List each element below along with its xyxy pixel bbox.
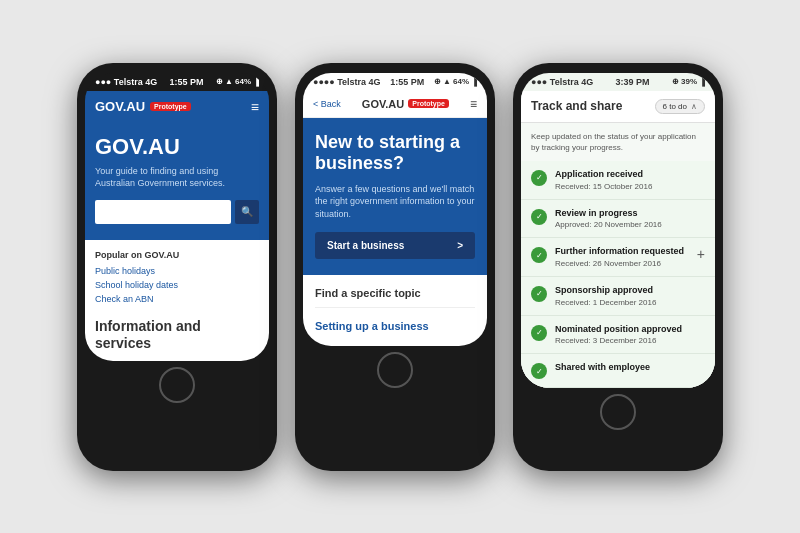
phone2-logo: GOV.AU Prototype <box>362 98 449 110</box>
phone2-hero-title: New to starting a business? <box>315 132 475 175</box>
phone1-popular-link-2[interactable]: School holiday dates <box>95 280 259 290</box>
phone3-chevron-icon[interactable]: ∧ <box>691 102 697 111</box>
phone1-hero-title: GOV.AU <box>95 135 259 159</box>
track-item-date-2: Received: 26 November 2016 <box>555 259 689 268</box>
phone2-body: Find a specific topic Setting up a busin… <box>303 275 487 346</box>
track-item[interactable]: ✓ Review in progress Approved: 20 Novemb… <box>521 200 715 239</box>
check-icon-1: ✓ <box>531 209 547 225</box>
phone3-track-title: Track and share <box>531 99 622 113</box>
track-item-content-1: Review in progress Approved: 20 November… <box>555 208 705 230</box>
track-item-title-3: Sponsorship approved <box>555 285 705 297</box>
track-item-title-5: Shared with employee <box>555 362 705 374</box>
check-icon-3: ✓ <box>531 286 547 302</box>
track-item-title-4: Nominated position approved <box>555 324 705 336</box>
phone3-status-right: ⊕ 39% ▐ <box>672 77 705 86</box>
phone2-status-right: ⊕ ▲ 64% ▐ <box>434 77 477 86</box>
phone2-cta-arrow: > <box>457 240 463 251</box>
track-item-content-3: Sponsorship approved Received: 1 Decembe… <box>555 285 705 307</box>
phone1-search-bar: 🔍 <box>95 200 259 224</box>
phone1-hero: GOV.AU Your guide to finding and using A… <box>85 123 269 240</box>
track-item[interactable]: ✓ Shared with employee <box>521 354 715 388</box>
phone2-prototype-badge: Prototype <box>408 99 449 108</box>
phone1-status-right: ⊕ ▲ 64% ▐ <box>216 77 259 86</box>
phone1-prototype-badge: Prototype <box>150 102 191 111</box>
phone-3: ●●● Telstra 4G 3:39 PM ⊕ 39% ▐ Track and… <box>513 63 723 471</box>
phone2-navbar: < Back GOV.AU Prototype ≡ <box>303 91 487 118</box>
phone2-status-left: ●●●● Telstra 4G <box>313 77 381 87</box>
track-item[interactable]: ✓ Nominated position approved Received: … <box>521 316 715 355</box>
track-item-title-1: Review in progress <box>555 208 705 220</box>
track-item-title-0: Application received <box>555 169 705 181</box>
phone3-todo-count: 6 to do <box>663 102 687 111</box>
track-item[interactable]: ✓ Application received Received: 15 Octo… <box>521 161 715 200</box>
phone2-cta-button[interactable]: Start a business > <box>315 232 475 259</box>
phone1-popular-title: Popular on GOV.AU <box>95 250 259 260</box>
phone2-home-button[interactable] <box>377 352 413 388</box>
track-item-date-4: Received: 3 December 2016 <box>555 336 705 345</box>
phone2-status-bar: ●●●● Telstra 4G 1:55 PM ⊕ ▲ 64% ▐ <box>303 73 487 91</box>
phone3-status-time: 3:39 PM <box>616 77 650 87</box>
track-item-date-3: Received: 1 December 2016 <box>555 298 705 307</box>
check-icon-0: ✓ <box>531 170 547 186</box>
phone1-home-button[interactable] <box>159 367 195 403</box>
phone-1: ●●● Telstra 4G 1:55 PM ⊕ ▲ 64% ▐ GOV.AU … <box>77 63 277 471</box>
phone1-status-left: ●●● Telstra 4G <box>95 77 157 87</box>
phone2-back-link[interactable]: < Back <box>313 99 341 109</box>
phone2-status-time: 1:55 PM <box>390 77 424 87</box>
track-item[interactable]: ✓ Sponsorship approved Received: 1 Decem… <box>521 277 715 316</box>
phone3-todo-badge: 6 to do ∧ <box>655 99 705 114</box>
track-item-content-4: Nominated position approved Received: 3 … <box>555 324 705 346</box>
track-item-content-2: Further information requested Received: … <box>555 246 689 268</box>
track-item-date-0: Received: 15 October 2016 <box>555 182 705 191</box>
phone1-status-bar: ●●● Telstra 4G 1:55 PM ⊕ ▲ 64% ▐ <box>85 73 269 91</box>
phone2-find-topic-label: Find a specific topic <box>315 287 475 308</box>
track-item-plus-icon-2[interactable]: + <box>697 246 705 262</box>
check-icon-5: ✓ <box>531 363 547 379</box>
scene: ●●● Telstra 4G 1:55 PM ⊕ ▲ 64% ▐ GOV.AU … <box>0 0 800 533</box>
phone1-info-section: Information and services <box>95 318 259 352</box>
phone1-popular-link-1[interactable]: Public holidays <box>95 266 259 276</box>
phone1-search-input[interactable] <box>95 200 231 224</box>
phone3-status-bar: ●●● Telstra 4G 3:39 PM ⊕ 39% ▐ <box>521 73 715 91</box>
phone3-track-description: Keep updated on the status of your appli… <box>521 123 715 161</box>
phone2-topic-link[interactable]: Setting up a business <box>315 320 429 332</box>
track-item-content-5: Shared with employee <box>555 362 705 374</box>
phone3-home-button[interactable] <box>600 394 636 430</box>
track-item[interactable]: ✓ Further information requested Received… <box>521 238 715 277</box>
phone1-navbar: GOV.AU Prototype ≡ <box>85 91 269 123</box>
check-icon-4: ✓ <box>531 325 547 341</box>
phone1-hero-subtitle: Your guide to finding and using Australi… <box>95 165 259 190</box>
phone1-hamburger-icon[interactable]: ≡ <box>251 99 259 115</box>
check-icon-2: ✓ <box>531 247 547 263</box>
phone-2: ●●●● Telstra 4G 1:55 PM ⊕ ▲ 64% ▐ < Back… <box>295 63 495 471</box>
phone2-cta-label: Start a business <box>327 240 404 251</box>
phone3-status-left: ●●● Telstra 4G <box>531 77 593 87</box>
phone2-hero-subtitle: Answer a few questions and we'll match t… <box>315 183 475 221</box>
phone3-track-items: ✓ Application received Received: 15 Octo… <box>521 161 715 388</box>
phone1-body: Popular on GOV.AU Public holidays School… <box>85 240 269 362</box>
track-item-date-1: Approved: 20 November 2016 <box>555 220 705 229</box>
phone3-header: Track and share 6 to do ∧ <box>521 91 715 123</box>
phone2-hamburger-icon[interactable]: ≡ <box>470 97 477 111</box>
track-item-title-2: Further information requested <box>555 246 689 258</box>
phone1-status-time: 1:55 PM <box>169 77 203 87</box>
track-item-content-0: Application received Received: 15 Octobe… <box>555 169 705 191</box>
phone1-info-title: Information and services <box>95 318 259 352</box>
phone1-popular-link-3[interactable]: Check an ABN <box>95 294 259 304</box>
phone1-logo: GOV.AU Prototype <box>95 99 191 114</box>
phone1-search-button[interactable]: 🔍 <box>235 200 259 224</box>
phone2-hero: New to starting a business? Answer a few… <box>303 118 487 276</box>
